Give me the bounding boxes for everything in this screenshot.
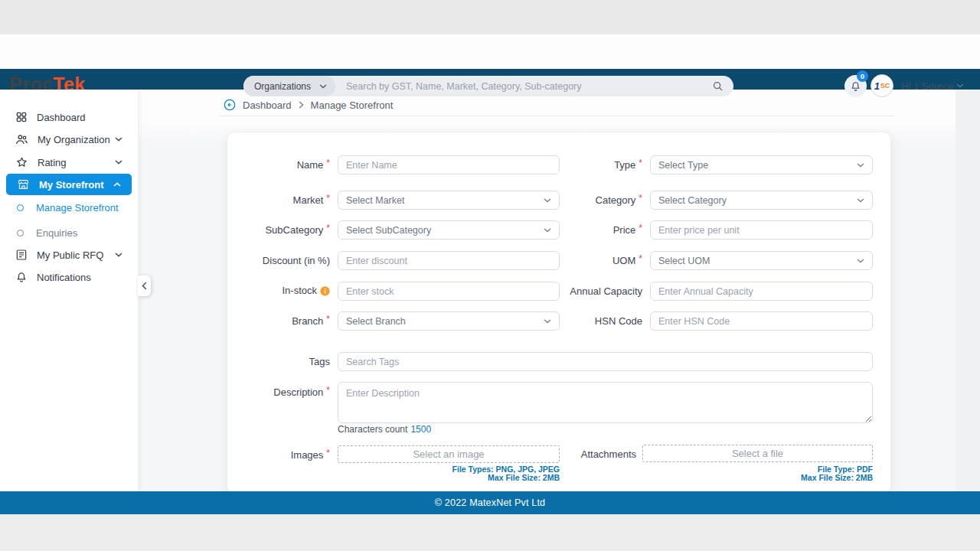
hsn-code-label: HSN Code [540,316,642,327]
chevron-left-icon [142,282,147,290]
branch-label: Branch* [227,316,330,327]
required-asterisk: * [326,314,330,324]
subcategory-label: SubCategory* [227,225,330,236]
category-select-value: Select Category [658,195,727,206]
user-menu-chevron-icon[interactable] [956,83,964,88]
description-textarea[interactable] [338,382,873,423]
chevron-up-icon [113,182,121,187]
chevron-down-icon [115,160,122,165]
image-upload-label: Select an image [413,448,484,460]
required-asterisk: * [326,385,330,396]
image-upload-button[interactable]: Select an image [338,445,560,463]
attachments-label: Attachments [534,449,636,460]
back-button[interactable] [224,99,236,111]
star-icon [15,156,28,168]
discount-label: Discount (in %) [227,256,330,266]
sidebar-item-my-public-rfq[interactable]: My Public RFQ [0,244,138,266]
bullet-circle-icon [17,230,24,236]
dashboard-icon [15,111,28,123]
sidebar-item-rating[interactable]: Rating [0,152,138,173]
sidebar-item-label: Manage Storefront [36,202,119,214]
attachments-max-size-hint: Max File Size: 2MB [650,474,873,482]
sidebar-item-label: Rating [38,157,67,168]
subcategory-select-value: Select SubCategory [346,225,431,236]
subcategory-select[interactable]: Select SubCategory [338,220,560,240]
required-asterisk: * [326,193,330,204]
breadcrumb-item-dashboard[interactable]: Dashboard [243,99,292,111]
app-header: ProcTek Organizations 0 1 SC Hi 1 Sour [0,34,980,69]
market-select[interactable]: Select Market [338,191,560,210]
annual-capacity-label: Annual Capacity [540,286,642,297]
app-screen: ProcTek Organizations 0 1 SC Hi 1 Sour [0,0,980,551]
search-input[interactable] [335,77,712,96]
sidebar-item-label: Dashboard [37,112,86,123]
name-input[interactable] [338,155,560,174]
organization-people-icon [15,133,28,145]
chevron-down-icon [115,137,122,142]
required-asterisk: * [639,193,642,204]
market-select-value: Select Market [346,195,404,206]
discount-input[interactable] [338,251,560,270]
uom-select[interactable]: Select UOM [650,251,873,270]
required-asterisk: * [326,158,330,168]
annual-capacity-input[interactable] [650,282,873,301]
instock-label: In-stock [227,285,330,296]
attachment-upload-button[interactable]: Select a file [642,445,873,462]
required-asterisk: * [639,223,642,233]
category-select[interactable]: Select Category [650,191,873,210]
required-asterisk: * [639,158,642,168]
copyright-text: © 2022 MatexNet Pvt Ltd [435,497,545,508]
hsn-code-input[interactable] [650,311,873,331]
sidebar-item-label: Enquiries [36,227,77,239]
search-scope-label: Organizations [254,81,311,92]
sidebar: Dashboard My Organization Rating M [0,90,139,491]
breadcrumb-item-manage-storefront[interactable]: Manage Storefront [311,99,394,111]
user-greeting: Hi 1 Source [901,80,953,92]
type-select[interactable]: Select Type [650,155,873,174]
character-count: Characters count1500 [338,424,431,435]
required-asterisk: * [639,253,642,264]
sidebar-collapse-button[interactable] [138,276,151,296]
sidebar-item-my-storefront[interactable]: My Storefront [6,174,132,195]
sidebar-item-dashboard[interactable]: Dashboard [0,106,138,128]
sidebar-item-label: My Public RFQ [37,249,103,261]
branch-select-value: Select Branch [346,316,406,327]
chevron-down-icon [857,198,864,203]
chevron-right-icon [299,101,304,109]
images-label: Images* [227,450,330,461]
branch-select[interactable]: Select Branch [338,311,560,331]
notification-count-badge: 0 [857,70,868,82]
sidebar-item-enquiries[interactable]: Enquiries [0,222,138,243]
chevron-down-icon [319,84,327,89]
instock-input[interactable] [338,282,560,301]
chevron-down-icon [115,253,122,257]
sidebar-item-manage-storefront[interactable]: Manage Storefront [0,197,138,218]
uom-select-value: Select UOM [658,256,710,266]
sidebar-item-label: My Organization [38,134,110,145]
sidebar-item-my-organization[interactable]: My Organization [0,129,138,150]
sidebar-item-notifications[interactable]: Notifications [0,266,138,288]
user-avatar[interactable]: 1 SC [871,74,893,97]
bullet-circle-icon [17,204,24,211]
search-icon[interactable] [712,80,724,92]
global-search: Organizations [243,76,733,96]
images-max-size-hint: Max File Size: 2MB [338,474,560,482]
scrollbar-gutter[interactable] [956,90,980,491]
required-asterisk: * [326,223,330,233]
name-label: Name* [227,160,330,171]
tags-input[interactable] [338,352,873,371]
character-count-value: 1500 [410,424,431,435]
bell-icon [850,80,861,93]
attachment-upload-label: Select a file [732,448,783,459]
price-input[interactable] [650,220,873,240]
search-scope-dropdown[interactable]: Organizations [243,76,335,96]
bell-icon [15,271,28,284]
info-icon[interactable] [320,286,330,296]
storefront-icon [17,178,30,191]
document-icon [15,249,28,261]
top-strip [0,0,980,35]
category-label: Category* [540,195,642,206]
avatar-text: 1 [874,80,880,92]
description-label: Description* [227,387,330,398]
bottom-strip [0,514,980,551]
